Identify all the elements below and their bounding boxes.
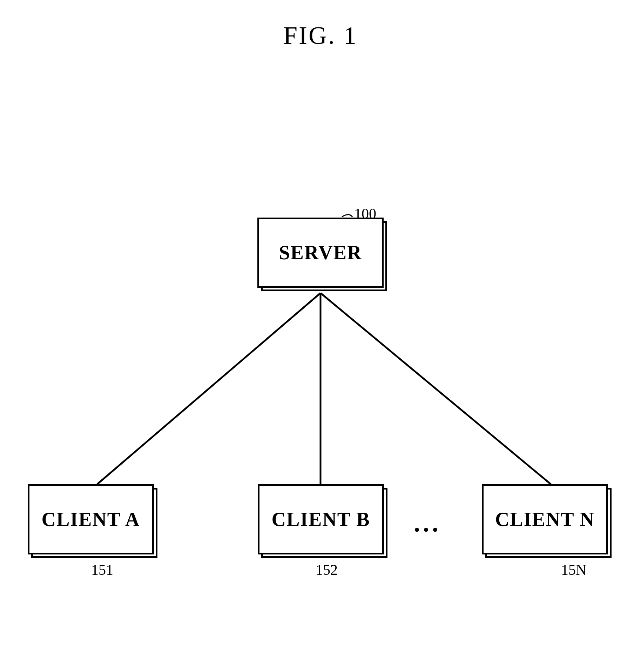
client-b-label: CLIENT B <box>271 508 370 531</box>
client-n-inner: CLIENT N <box>482 484 608 554</box>
server-box: SERVER <box>257 218 384 288</box>
client-n-ref: 15N <box>561 561 586 578</box>
client-a-box: CLIENT A <box>28 484 154 554</box>
diagram-container: FIG. 1 SERVER 100 CLIENT A 151 <box>0 0 641 672</box>
figure-title: FIG. 1 <box>283 21 358 50</box>
svg-line-2 <box>320 293 551 484</box>
server-label: SERVER <box>279 241 362 264</box>
client-a-inner: CLIENT A <box>28 484 154 554</box>
client-b-inner: CLIENT B <box>258 484 384 554</box>
client-b-ref: 152 <box>316 561 338 578</box>
ellipsis: ... <box>414 509 441 538</box>
client-b-box: CLIENT B <box>258 484 384 554</box>
svg-line-1 <box>97 293 320 484</box>
client-n-box: CLIENT N <box>482 484 608 554</box>
server-box-inner: SERVER <box>257 218 384 288</box>
client-a-label: CLIENT A <box>41 508 140 531</box>
client-a-ref: 151 <box>91 561 113 578</box>
server-ref: 100 <box>354 205 376 222</box>
client-n-label: CLIENT N <box>495 508 595 531</box>
